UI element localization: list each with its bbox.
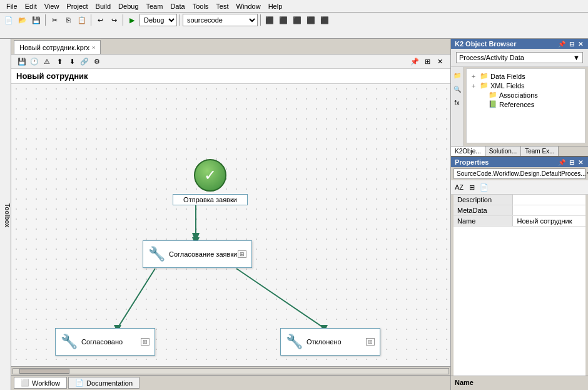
prop-sort-az-icon[interactable]: AZ [454,182,465,193]
prop-row-metadata: MetaData [454,205,585,216]
k2-dropdown-arrow: ▼ [573,54,580,61]
menu-edit[interactable]: Edit [21,1,41,11]
step1-badge: ⊞ [238,250,246,258]
expand-xml-fields[interactable]: + [469,82,478,90]
menu-data[interactable]: Data [166,1,188,11]
save-designer-icon[interactable]: 💾 [16,56,28,67]
tree-item-associations[interactable]: 📁 Associations [469,90,582,100]
tb-btn-3[interactable]: ⬛ [291,14,303,26]
menu-test[interactable]: Test [212,1,232,11]
close-panel-icon[interactable]: ✕ [434,56,445,67]
tree-item-xml-fields[interactable]: + 📁 XML Fields [469,81,582,90]
export-icon[interactable]: ⬇ [66,56,78,67]
scroll-thumb[interactable] [19,369,69,374]
menu-help[interactable]: Help [265,1,286,11]
prop-pin-btn[interactable]: 📌 [557,159,567,166]
tree-label-xml-fields: XML Fields [490,82,525,90]
k2-icon-1[interactable]: 📁 [452,69,463,81]
right-panel: K2 Object Browser 📌 ⊟ ✕ Process/Activity… [450,39,588,390]
k2-tab-bar: K2Obje... Solution... Team Ex... [451,146,588,156]
step3-badge: ⊞ [366,338,375,346]
k2-section-dropdown[interactable]: Process/Activity Data ▼ [456,52,583,63]
workflow-icon: ⬜ [21,379,29,387]
new-btn[interactable]: 📄 [3,14,15,26]
menu-view[interactable]: View [41,1,63,11]
prop-source-bar: SourceCode.Workflow.Design.DefaultProces… [454,168,585,179]
properties-titlebar: Properties 📌 ⊟ ✕ [451,157,588,167]
run-btn[interactable]: ▶ [126,14,138,26]
k2-content: 📁 🔍 fx + 📁 Data Fields + 📁 [451,67,588,146]
step3-node[interactable]: 🔧 Отклонено ⊞ [280,328,380,356]
step2-node[interactable]: 🔧 Согласовано ⊞ [55,328,155,356]
copy-btn[interactable]: ⎘ [62,14,74,26]
k2-icon-2[interactable]: 🔍 [452,83,463,95]
tab-close-btn[interactable]: × [92,44,95,51]
menu-debug[interactable]: Debug [114,1,142,11]
k2-float-btn[interactable]: ⊟ [568,41,575,48]
cut-btn[interactable]: ✂ [48,14,61,26]
tree-item-references[interactable]: 📗 References [469,100,582,109]
paste-btn[interactable]: 📋 [76,14,88,26]
prop-row-name: Name Новый сотрудник [454,216,585,227]
k2-browser-title: K2 Object Browser [455,40,516,48]
k2-tab-2[interactable]: Team Ex... [521,146,559,156]
save-btn[interactable]: 💾 [30,14,43,26]
clock-icon[interactable]: 🕐 [29,56,40,67]
expand-data-fields[interactable]: + [469,73,478,80]
tb-btn-2[interactable]: ⬛ [277,14,290,26]
menu-build[interactable]: Build [92,1,114,11]
step2-icon: 🔧 [61,334,78,350]
prop-float-btn[interactable]: ⊟ [568,159,575,166]
step2-badge: ⊞ [141,338,150,346]
designer-toolbar-icons: 💾 🕐 ⚠ ⬆ ⬇ 🔗 ⚙ [16,56,103,67]
k2-browser-titlebar: K2 Object Browser 📌 ⊟ ✕ [451,39,588,49]
menu-team[interactable]: Team [143,1,167,11]
toolbox-sidebar[interactable]: Toolbox [0,39,11,390]
start-node[interactable]: ✓ Отправка заявки [173,159,248,205]
horizontal-scrollbar[interactable] [11,366,450,375]
k2-icon-3[interactable]: fx [452,97,463,108]
redo-btn[interactable]: ↪ [108,14,120,26]
tree-item-data-fields[interactable]: + 📁 Data Fields [469,71,582,81]
prop-table-container: Description MetaData Name Новый сотрудни… [454,195,585,376]
prop-value-name[interactable]: Новый сотрудник [513,216,585,227]
share-icon[interactable]: 🔗 [79,56,90,67]
debug-dropdown[interactable]: Debug [139,14,177,26]
warning-icon[interactable]: ⚠ [41,56,53,67]
open-btn[interactable]: 📂 [16,14,29,26]
scroll-track[interactable] [13,368,449,374]
menu-project[interactable]: Project [63,1,91,11]
float-icon[interactable]: ⊞ [422,56,433,67]
undo-btn[interactable]: ↩ [94,14,106,26]
tb-btn-1[interactable]: ⬛ [263,14,276,26]
menu-tools[interactable]: Tools [189,1,213,11]
prop-category-icon[interactable]: ⊞ [466,182,477,193]
tb-btn-5[interactable]: ⬛ [318,14,331,26]
workflow-canvas[interactable]: ✓ Отправка заявки 🔧 Согласование заявки … [11,84,450,366]
step1-icon: 🔧 [148,246,165,262]
k2-pin-btn[interactable]: 📌 [557,41,567,48]
menu-file[interactable]: File [3,1,21,11]
prop-value-metadata[interactable] [513,205,585,216]
prop-source-text: SourceCode.Workflow.Design.DefaultProces… [457,170,586,177]
import-icon[interactable]: ⬆ [54,56,65,67]
k2-tab-1[interactable]: Solution... [485,146,521,156]
sep2 [91,14,91,26]
workflow-tab[interactable]: ⬜ Workflow [14,377,67,389]
menu-window[interactable]: Window [233,1,265,11]
doc-icon: 📄 [75,379,84,387]
prop-value-description[interactable] [513,195,585,205]
step1-node[interactable]: 🔧 Согласование заявки ⊞ [143,240,252,268]
settings-icon[interactable]: ⚙ [91,56,103,67]
prop-pages-icon[interactable]: 📄 [479,182,490,193]
documentation-tab[interactable]: 📄 Documentation [68,377,139,389]
pin-icon[interactable]: 📌 [409,56,420,67]
k2-close-btn[interactable]: ✕ [577,41,584,48]
prop-source-arrow: ▼ [586,170,588,177]
document-tab[interactable]: Новый сотрудник.kprx × [14,40,101,54]
k2-tab-0[interactable]: K2Obje... [451,146,485,156]
prop-close-btn[interactable]: ✕ [577,159,584,166]
tb-btn-4[interactable]: ⬛ [305,14,317,26]
sep3 [123,14,123,26]
sourcecode-dropdown[interactable]: sourcecode [183,14,258,26]
